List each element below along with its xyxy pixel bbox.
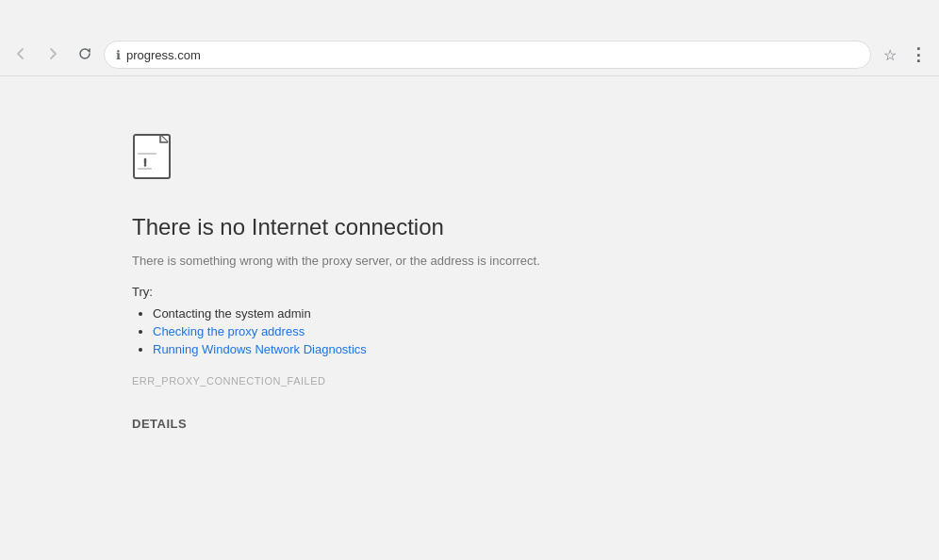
- more-icon: ⋮: [910, 44, 927, 65]
- reload-button[interactable]: [72, 41, 98, 68]
- error-icon-container: [132, 133, 179, 188]
- bookmark-button[interactable]: ☆: [877, 41, 903, 68]
- list-item: Checking the proxy address: [153, 324, 540, 338]
- address-text: progress.com: [126, 48, 859, 62]
- check-proxy-link[interactable]: Checking the proxy address: [153, 324, 305, 338]
- forward-button[interactable]: [40, 41, 66, 68]
- menu-button[interactable]: ⋮: [905, 41, 931, 68]
- back-icon: [13, 46, 28, 64]
- error-container: There is no Internet connection There is…: [132, 133, 540, 432]
- error-code: ERR_PROXY_CONNECTION_FAILED: [132, 375, 540, 387]
- try-list: Contacting the system admin Checking the…: [132, 306, 540, 356]
- bookmark-icon: ☆: [883, 46, 897, 64]
- error-subtitle: There is something wrong with the proxy …: [132, 254, 540, 268]
- back-button[interactable]: [8, 41, 34, 68]
- toolbar: ℹ progress.com ☆ ⋮: [0, 34, 939, 75]
- page-content: There is no Internet connection There is…: [0, 76, 939, 560]
- error-title: There is no Internet connection: [132, 214, 540, 240]
- toolbar-right: ☆ ⋮: [877, 41, 931, 68]
- tab-bar: [0, 0, 939, 34]
- details-button[interactable]: DETAILS: [132, 417, 187, 431]
- list-item: Running Windows Network Diagnostics: [153, 342, 540, 356]
- no-connection-icon: [132, 133, 179, 188]
- reload-icon: [77, 46, 92, 64]
- forward-icon: [45, 46, 60, 64]
- try-label: Try:: [132, 285, 540, 299]
- list-item: Contacting the system admin: [153, 306, 540, 321]
- info-icon: ℹ: [116, 48, 121, 62]
- browser-chrome: ℹ progress.com ☆ ⋮: [0, 0, 939, 76]
- address-bar[interactable]: ℹ progress.com: [104, 41, 871, 69]
- windows-diagnostics-link[interactable]: Running Windows Network Diagnostics: [153, 342, 367, 356]
